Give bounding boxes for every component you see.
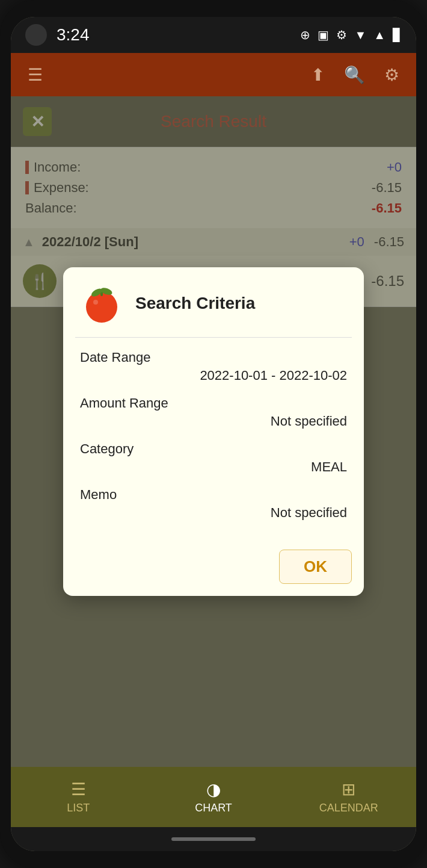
toolbar: ☰ ⬆ 🔍 ⚙ (11, 53, 416, 96)
status-bar: 3:24 ⊕ ▣ ⚙ ▼ ▲ ▊ (11, 17, 416, 53)
chart-nav-label: CHART (195, 802, 232, 814)
bottom-nav: ☰ LIST ◑ CHART ⊞ CALENDAR (11, 767, 416, 827)
category-row: Category MEAL (80, 441, 347, 475)
main-content: ✕ Search Result Income: +0 Expense: (11, 96, 416, 767)
dialog-title: Search Criteria (135, 294, 255, 313)
memo-label: Memo (80, 487, 347, 503)
search-criteria-dialog: Search Criteria Date Range 2022-10-01 - … (63, 267, 364, 596)
memo-row: Memo Not specified (80, 487, 347, 521)
camera-icon (25, 24, 47, 46)
dialog-header: Search Criteria (63, 267, 364, 337)
calendar-nav-label: CALENDAR (319, 802, 378, 814)
svg-point-4 (93, 300, 98, 305)
home-indicator (171, 837, 256, 841)
toolbar-right: ⬆ 🔍 ⚙ (311, 65, 399, 85)
memo-value: Not specified (80, 505, 347, 521)
wifi-icon: ▼ (354, 28, 366, 42)
list-nav-label: LIST (67, 802, 90, 814)
sd-icon: ▣ (318, 28, 329, 42)
tomato-icon (80, 282, 123, 325)
status-time: 3:24 (57, 25, 300, 45)
category-value: MEAL (80, 459, 347, 475)
amount-range-label: Amount Range (80, 395, 347, 411)
chart-nav-icon: ◑ (206, 780, 221, 799)
dialog-overlay: Search Criteria Date Range 2022-10-01 - … (11, 96, 416, 767)
calendar-nav-icon: ⊞ (342, 780, 355, 799)
dialog-footer: OK (63, 545, 364, 596)
date-range-row: Date Range 2022-10-01 - 2022-10-02 (80, 350, 347, 383)
date-range-value: 2022-10-01 - 2022-10-02 (80, 368, 347, 383)
date-range-label: Date Range (80, 350, 347, 365)
search-icon[interactable]: 🔍 (344, 65, 365, 85)
dialog-body: Date Range 2022-10-01 - 2022-10-02 Amoun… (63, 338, 364, 545)
signal-icon: ▲ (373, 28, 386, 42)
home-bar (11, 827, 416, 851)
amount-range-value: Not specified (80, 414, 347, 429)
battery-icon: ▊ (393, 28, 402, 42)
menu-icon[interactable]: ☰ (28, 65, 43, 85)
amount-range-row: Amount Range Not specified (80, 395, 347, 429)
nav-item-list[interactable]: ☰ LIST (11, 780, 146, 814)
nav-item-chart[interactable]: ◑ CHART (146, 780, 281, 814)
upload-icon[interactable]: ⬆ (311, 65, 325, 85)
settings-icon[interactable]: ⚙ (384, 65, 399, 85)
nav-item-calendar[interactable]: ⊞ CALENDAR (281, 780, 416, 814)
drop-icon: ⊕ (300, 28, 310, 42)
ok-button[interactable]: OK (279, 550, 352, 584)
status-icons: ⊕ ▣ ⚙ ▼ ▲ ▊ (300, 28, 402, 42)
list-nav-icon: ☰ (71, 780, 86, 799)
category-label: Category (80, 441, 347, 457)
settings-status-icon: ⚙ (336, 28, 347, 42)
